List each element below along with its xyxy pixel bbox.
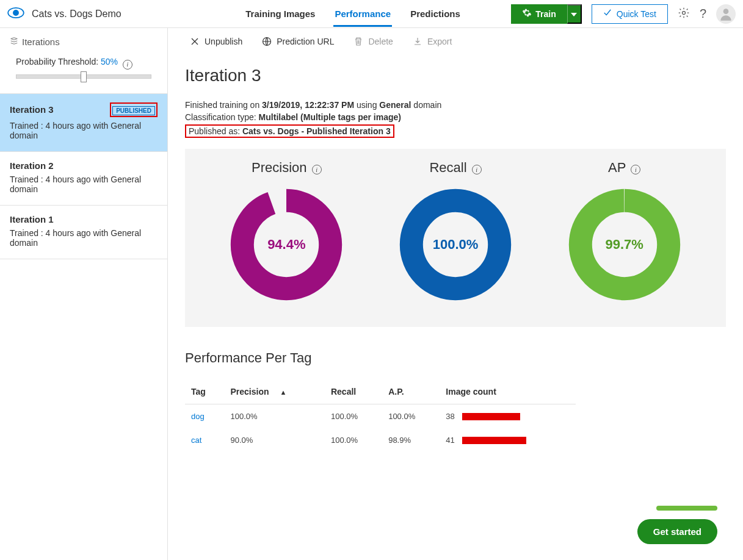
info-icon[interactable]: i <box>123 60 132 70</box>
quick-test-button[interactable]: Quick Test <box>592 4 668 24</box>
published-as-line: Published as: Cats vs. Dogs - Published … <box>189 126 391 136</box>
app-header: Cats vs. Dogs Demo Training Images Perfo… <box>0 0 743 28</box>
col-ap[interactable]: A.P. <box>382 379 440 404</box>
iteration-subtitle: Trained : 4 hours ago with General domai… <box>10 228 158 248</box>
gear-icon <box>522 8 532 20</box>
train-dropdown-button[interactable] <box>567 4 582 24</box>
project-title: Cats vs. Dogs Demo <box>32 9 121 20</box>
iteration-subtitle: Trained : 4 hours ago with General domai… <box>10 121 158 140</box>
tab-training-images[interactable]: Training Images <box>244 1 316 26</box>
col-recall[interactable]: Recall <box>325 379 382 404</box>
tab-predictions[interactable]: Predictions <box>409 1 462 26</box>
info-icon[interactable]: i <box>472 165 482 174</box>
performance-table: Tag Precision▲ Recall A.P. Image count d… <box>185 379 576 452</box>
iteration-name: Iteration 2 <box>10 160 54 171</box>
iteration-toolbar: Unpublish Prediction URL Delete Export <box>185 37 726 46</box>
svg-point-2 <box>682 12 685 15</box>
iteration-name: Iteration 1 <box>10 214 54 224</box>
threshold-slider[interactable] <box>16 71 151 82</box>
col-image-count[interactable]: Image count <box>440 379 576 404</box>
sort-caret-up-icon: ▲ <box>280 389 286 396</box>
table-row: dog 100.0% 100.0% 100.0% 38 <box>185 404 576 429</box>
svg-point-3 <box>723 9 729 14</box>
progress-pill <box>656 506 717 511</box>
tag-link[interactable]: cat <box>191 436 201 445</box>
iteration-subtitle: Trained : 4 hours ago with General domai… <box>10 174 158 194</box>
tab-performance[interactable]: Performance <box>333 1 392 26</box>
iteration-item-2[interactable]: Iteration 2 Trained : 4 hours ago with G… <box>0 152 167 206</box>
threshold-value: 50% <box>101 57 118 66</box>
info-icon[interactable]: i <box>312 165 322 174</box>
sidebar-iterations-header: Iterations <box>0 28 167 53</box>
col-tag[interactable]: Tag <box>185 379 224 404</box>
train-button[interactable]: Train <box>511 4 567 24</box>
prediction-url-button[interactable]: Prediction URL <box>262 37 334 46</box>
ap-value: 99.7% <box>567 187 683 303</box>
threshold-label: Probability Threshold: <box>16 57 101 66</box>
iteration-item-3[interactable]: Iteration 3 PUBLISHED Trained : 4 hours … <box>0 94 167 152</box>
sidebar: Iterations Probability Threshold: 50% i … <box>0 28 168 560</box>
info-icon[interactable]: i <box>631 165 640 174</box>
classification-type-line: Classification type: Multilabel (Multipl… <box>185 112 726 122</box>
iteration-title: Iteration 3 <box>185 66 726 85</box>
highlight-box: PUBLISHED <box>110 102 158 117</box>
highlight-box: Published as: Cats vs. Dogs - Published … <box>185 124 394 138</box>
iterations-label: Iterations <box>22 37 60 47</box>
check-icon <box>603 9 612 19</box>
published-badge: PUBLISHED <box>112 106 155 115</box>
get-started-widget: Get started <box>637 506 717 544</box>
finished-training-line: Finished training on 3/19/2019, 12:22:37… <box>185 100 726 110</box>
caret-down-icon <box>571 9 577 18</box>
metric-label: Recall <box>429 160 466 176</box>
delete-button: Delete <box>353 37 393 46</box>
iteration-item-1[interactable]: Iteration 1 Trained : 4 hours ago with G… <box>0 206 167 259</box>
col-precision[interactable]: Precision▲ <box>224 379 325 404</box>
train-label: Train <box>535 9 556 19</box>
recall-chart: Recalli 100.0% <box>371 160 540 303</box>
ap-chart: APi 99.7% <box>540 160 709 303</box>
train-button-group: Train <box>511 4 581 24</box>
settings-button[interactable] <box>678 7 690 21</box>
metric-label: Precision <box>252 160 306 176</box>
table-row: cat 90.0% 100.0% 98.9% 41 <box>185 428 576 452</box>
count-bar <box>462 413 520 420</box>
help-button[interactable]: ? <box>700 7 706 21</box>
iteration-list: Iteration 3 PUBLISHED Trained : 4 hours … <box>0 93 167 259</box>
count-bar <box>462 437 526 444</box>
svg-point-1 <box>13 10 18 15</box>
tag-link[interactable]: dog <box>191 412 205 421</box>
precision-chart: Precisioni 94.4% <box>202 160 371 303</box>
metrics-panel: Precisioni 94.4% Recalli 100.0% <box>185 149 726 327</box>
header-actions: Train Quick Test ? <box>511 4 736 24</box>
perf-per-tag-title: Performance Per Tag <box>185 350 726 366</box>
export-button: Export <box>413 37 452 46</box>
iteration-name: Iteration 3 <box>10 104 54 115</box>
quick-test-label: Quick Test <box>617 9 656 19</box>
metric-label: AP <box>608 160 626 176</box>
unpublish-button[interactable]: Unpublish <box>190 37 242 46</box>
main-content: Unpublish Prediction URL Delete Export I… <box>168 28 743 560</box>
get-started-button[interactable]: Get started <box>637 519 717 544</box>
user-avatar[interactable] <box>716 4 736 24</box>
layers-icon <box>10 37 18 47</box>
threshold-block: Probability Threshold: 50% i <box>0 53 167 93</box>
precision-value: 94.4% <box>228 187 344 303</box>
recall-value: 100.0% <box>397 187 513 303</box>
tabs-nav: Training Images Performance Predictions <box>244 1 462 26</box>
eye-icon <box>7 7 32 21</box>
